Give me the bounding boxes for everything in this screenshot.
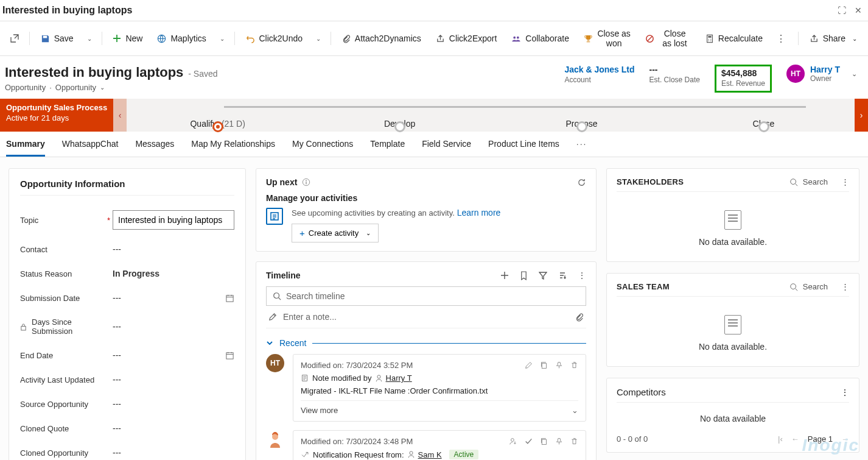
attach-icon[interactable] [575,313,584,322]
tab-template[interactable]: Template [370,139,405,157]
owner-link[interactable]: Harry T [810,65,840,74]
save-button[interactable]: Save [35,30,80,47]
timeline-search[interactable]: Search timeline [266,286,586,306]
process-prev[interactable]: ‹ [113,99,127,132]
form-selector[interactable]: Opportunity [55,83,96,92]
click2undo-button[interactable]: Click2Undo [240,30,309,47]
stage-close[interactable]: Close [673,119,855,129]
tab-overflow[interactable]: ··· [576,139,587,157]
search-label[interactable]: Search [803,282,828,291]
calendar-icon[interactable] [225,351,234,360]
copy-icon[interactable] [540,437,548,446]
prev-page-icon[interactable]: ← [791,434,799,444]
search-icon[interactable] [789,178,798,186]
delete-icon[interactable] [570,361,578,370]
svg-point-23 [410,451,413,455]
create-activity-button[interactable]: + Create activity ⌄ [292,224,379,242]
learn-more-link[interactable]: Learn more [457,208,501,218]
cloned-quote-value[interactable]: --- [113,423,234,433]
source-opportunity-value[interactable]: --- [113,399,234,409]
timeline-user-link[interactable]: Sam K [418,450,442,459]
chevron-down-icon[interactable]: ⌄ [852,70,857,78]
back-popout-icon[interactable] [5,30,24,47]
tab-my-connections[interactable]: My Connections [292,139,353,157]
recalculate-button[interactable]: Recalculate [699,30,769,47]
est-revenue-highlight: $454,888 Est. Revenue [715,65,772,93]
new-button[interactable]: New [107,30,149,47]
more-icon[interactable]: ⋮ [578,271,586,280]
activity-type-icon [301,451,309,459]
status-label: Status Reason [20,269,105,278]
copy-icon[interactable] [540,361,548,370]
person-icon [376,375,382,382]
close-lost-button[interactable]: Close as lost [639,25,696,52]
topic-input[interactable] [113,210,234,230]
share-button[interactable]: Share ⌄ [803,30,863,47]
close-icon[interactable]: ✕ [855,5,862,15]
tab-messages[interactable]: Messages [135,139,174,157]
account-link[interactable]: Jack & Jones Ltd [564,65,634,74]
owner-avatar[interactable]: HT [786,65,805,83]
sort-icon[interactable] [558,271,567,280]
search-label[interactable]: Search [803,177,828,186]
maplytics-button[interactable]: Maplytics [151,30,212,47]
close-won-button[interactable]: Close as won [578,25,637,52]
add-icon[interactable] [500,271,509,280]
timeline-avatar[interactable]: HT [266,354,284,372]
delete-icon[interactable] [570,437,578,446]
check-icon[interactable] [525,437,533,446]
upnext-text: See upcoming activities by creating an a… [292,208,455,218]
overflow-menu[interactable]: ⋮ [771,29,791,48]
timeline-avatar[interactable] [266,430,284,448]
collaborate-button[interactable]: Collaborate [505,30,575,47]
tab-map-relationships[interactable]: Map My Relationships [191,139,275,157]
save-dropdown[interactable]: ⌄ [82,32,97,46]
search-icon[interactable] [789,283,798,291]
note-input[interactable]: Enter a note... [283,312,337,322]
pin-icon[interactable] [555,437,563,446]
chevron-down-icon[interactable]: ⌄ [572,406,578,415]
chevron-down-icon[interactable]: ⌄ [100,84,105,91]
submission-date-value[interactable]: --- [113,293,218,303]
first-page-icon[interactable]: |‹ [778,434,783,444]
assign-icon[interactable] [509,437,517,446]
filter-icon[interactable] [539,271,547,280]
refresh-icon[interactable] [577,178,586,187]
collapse-icon[interactable] [266,339,273,347]
stage-propose[interactable]: Propose [491,119,673,129]
timeline-user-link[interactable]: Harry T [386,373,412,383]
info-icon[interactable] [302,178,310,186]
popout-icon[interactable]: ⛶ [838,5,846,15]
more-icon[interactable]: ⋮ [841,177,849,186]
status-value[interactable]: In Progress [113,269,234,278]
tab-product-line-items[interactable]: Product Line Items [488,139,559,157]
click2export-button[interactable]: Click2Export [430,30,503,47]
attach-button[interactable]: Attach2Dynamics [336,30,427,47]
stage-qualify[interactable]: Qualify (21 D) [127,119,309,129]
process-next[interactable]: › [855,99,868,132]
view-more-button[interactable]: View more [301,406,338,415]
process-badge[interactable]: Opportunity Sales Process Active for 21 … [0,99,113,132]
stage-develop[interactable]: Develop [309,119,491,129]
next-page-icon[interactable]: → [841,434,849,444]
activity-updated-value[interactable]: --- [113,375,234,384]
competitors-title: Competitors [617,387,666,397]
empty-message: No data available [617,403,849,430]
contact-value[interactable]: --- [113,244,234,254]
bookmark-icon[interactable] [520,271,528,280]
calendar-icon[interactable] [225,294,234,303]
click2undo-dropdown[interactable]: ⌄ [311,32,326,46]
tab-summary[interactable]: Summary [6,139,45,157]
cloned-opportunity-value[interactable]: --- [113,448,234,458]
pin-icon[interactable] [555,361,563,370]
edit-icon[interactable] [525,361,533,370]
tab-whatsappchat[interactable]: WhatsappChat [62,139,119,157]
maplytics-label: Maplytics [170,34,206,43]
maplytics-dropdown[interactable]: ⌄ [215,32,229,46]
more-icon[interactable]: ⋮ [841,282,849,291]
tab-field-service[interactable]: Field Service [422,139,471,157]
pencil-icon[interactable] [268,313,277,321]
more-icon[interactable]: ⋮ [841,387,849,397]
end-date-value[interactable]: --- [113,350,218,360]
share-icon [810,34,819,43]
